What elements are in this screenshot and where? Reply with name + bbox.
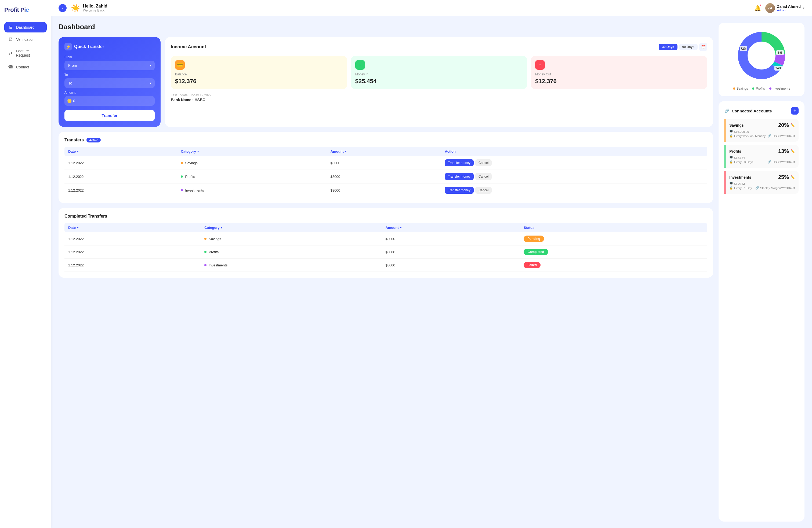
category-label: Investments [209,263,228,267]
connected-title-row: 🔗 Connected Accounts [724,108,772,113]
period-30-button[interactable]: 30 Days [659,44,677,50]
sidebar-item-verification[interactable]: ☑ Verification [4,34,47,45]
transfer-money-button[interactable]: Transfer money [445,187,474,194]
transfer-money-button[interactable]: Transfer money [445,160,474,166]
sidebar-item-contact[interactable]: ☎ Contact [4,62,47,72]
chevron-down-icon: ▾ [803,6,804,10]
from-select[interactable]: From [64,61,155,70]
cancel-button[interactable]: Cancel [475,173,492,180]
transfers-table-header: Date ▾ Category ▾ [64,147,707,156]
transfers-table: Date ▾ Category ▾ [64,147,707,197]
balance-card: 💳 Balance $12,376 [171,56,347,89]
edit-icon[interactable]: ✏️ [791,175,795,179]
notification-bell[interactable]: 🔔 [754,5,761,11]
table-row: 1.12.2022 Investments $3000 Failed [64,259,707,272]
legend-investments: Investments [769,87,790,90]
account-bank: 🔗 HSBC*****43423 [768,134,795,138]
avatar: ZA [765,3,775,13]
sort-icon: ▾ [197,150,199,153]
account-amount: 🖥️ $16,000.00 [729,130,766,133]
account-amount: 🖥️ $12,654 [729,156,753,160]
amount-cell: $3000 [382,232,520,245]
profits-dot [752,88,754,90]
header-right: 🔔 ZA Zahid Ahmed Admin ▾ [754,3,804,13]
amount-cell: $3000 [382,259,520,272]
greeting-sub: Welcome Back [83,9,107,12]
amount-label: Amount [64,91,155,94]
bank-name: Bank Name : HSBC [171,98,707,102]
completed-table-body: 1.12.2022 Savings $3000 Pending 1.12.202… [64,232,707,272]
link-icon: 🔗 [768,160,771,164]
col-category: Category ▾ [201,223,381,232]
content: Dashboard ⚡ Quick Transfer From From ▾ [51,16,812,528]
amount-wrap: 🪙 [64,96,155,106]
page-title: Dashboard [59,23,713,31]
category-label: Savings [185,161,197,165]
back-button[interactable]: ‹ [59,4,67,12]
user-name: Zahid Ahmed [777,4,801,9]
col-action: Action [441,147,707,156]
income-cards: 💳 Balance $12,376 ↓ Money In $25,454 [171,56,707,89]
amount-input[interactable] [64,96,155,106]
period-90-button[interactable]: 90 Days [679,44,698,50]
date-cell: 1.12.2022 [64,170,177,183]
greeting-section: ☀️ Hello, Zahid Welcome Back [71,4,750,13]
balance-icon-wrap: 💳 [175,60,185,70]
edit-icon[interactable]: ✏️ [791,123,795,127]
income-footer: Last update : Today 12,2022 Bank Name : … [171,93,707,102]
accounts-list: Savings 20% ✏️ 🖥️ $16,000.00 🔒 Every wee… [724,119,799,194]
to-select[interactable]: To [64,78,155,88]
account-pct: 25% ✏️ [778,174,795,180]
greeting-name: Hello, Zahid [83,4,107,9]
account-details: 🖥️ $1.23 M 🔒 Every : 1 Day 🔗 Stanley Mor… [729,182,795,191]
content-right: 72% 72% 8% 24% Savings [719,23,804,522]
from-label: From [64,55,155,59]
feature-request-icon: ⇄ [8,51,13,56]
period-buttons: 30 Days 90 Days 📅 [659,43,707,51]
from-select-wrap: From ▾ [64,61,155,70]
user-info: Zahid Ahmed Admin [777,4,801,12]
transfer-button[interactable]: Transfer [64,110,155,121]
nav: ⊞ Dashboard ☑ Verification ⇄ Feature Req… [4,22,47,74]
add-account-button[interactable]: + [791,107,799,115]
transfer-money-button[interactable]: Transfer money [445,173,474,180]
verification-icon: ☑ [8,37,13,42]
category-label: Investments [185,188,204,192]
account-name: Investments [729,175,751,180]
category-cell: Savings [177,156,327,170]
legend-investments-label: Investments [773,87,790,90]
svg-point-5 [748,42,775,69]
connected-title: Connected Accounts [732,109,772,113]
legend-profits: Profits [752,87,765,90]
account-top: Savings 20% ✏️ [729,122,795,128]
legend-profits-label: Profits [756,87,765,90]
quick-transfer-panel: ⚡ Quick Transfer From From ▾ To To [59,37,161,127]
user-role: Admin [777,9,801,12]
category-dot [181,176,183,178]
money-out-value: $12,376 [535,78,703,85]
cancel-button[interactable]: Cancel [475,187,492,194]
income-header: Income Account 30 Days 90 Days 📅 [171,43,707,51]
category-dot [181,189,183,191]
action-cell: Transfer money Cancel [441,183,707,197]
money-out-card: ↑ Money Out $12,376 [531,56,707,89]
edit-icon[interactable]: ✏️ [791,149,795,153]
top-section: ⚡ Quick Transfer From From ▾ To To [59,37,713,127]
account-schedule: 🔒 Every : 1 Day [729,186,752,190]
chart-panel: 72% 72% 8% 24% Savings [719,23,804,96]
account-item: Investments 25% ✏️ 🖥️ $1.23 M 🔒 Every : … [724,171,799,194]
sidebar-item-feature-request[interactable]: ⇄ Feature Request [4,46,47,60]
calendar-button[interactable]: 📅 [699,43,707,51]
back-icon: ‹ [62,6,63,10]
transfers-title: Transfers [64,138,84,142]
cancel-button[interactable]: Cancel [475,160,492,166]
app-logo: Profit Pic [4,6,47,13]
account-amount: 🖥️ $1.23 M [729,182,752,185]
user-profile[interactable]: ZA Zahid Ahmed Admin ▾ [765,3,804,13]
account-item: Profits 13% ✏️ 🖥️ $12,654 🔒 Every : 3 Da… [724,145,799,168]
sidebar-item-dashboard[interactable]: ⊞ Dashboard [4,22,47,32]
completed-title: Completed Transfers [64,214,107,218]
action-cell: Transfer money Cancel [441,156,707,170]
transfers-panel: Transfers Active Date ▾ [59,132,713,203]
money-icon: 🖥️ [729,156,733,160]
